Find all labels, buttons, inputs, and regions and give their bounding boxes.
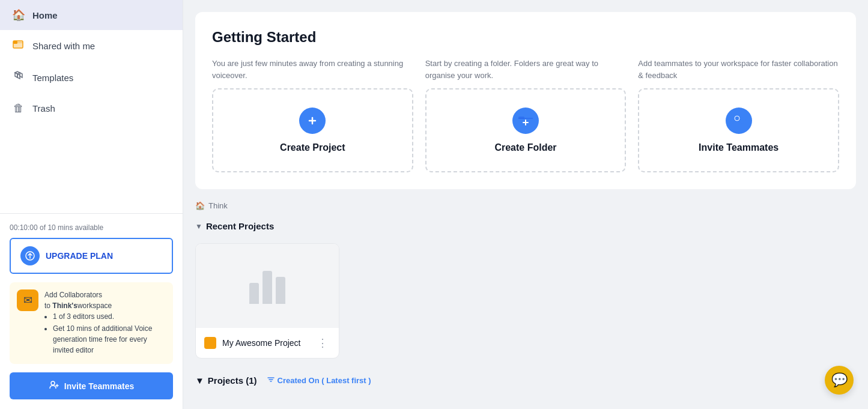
promo-bullet-2: Get 10 mins of additional Voice generati…: [53, 323, 166, 356]
bar-3: [276, 277, 285, 304]
getting-started-card: Getting Started You are just few minutes…: [195, 12, 856, 189]
bar-1: [249, 283, 259, 304]
sidebar-nav: 🏠 Home Shared with me: [0, 0, 183, 213]
main-content: Getting Started You are just few minutes…: [183, 0, 868, 409]
sidebar-item-templates[interactable]: Templates: [0, 62, 183, 94]
recent-projects-label: Recent Projects: [206, 221, 274, 231]
project-card[interactable]: My Awesome Project ⋮: [195, 243, 339, 359]
projects-chevron: ▼: [195, 375, 204, 386]
usage-text: 00:10:00 of 10 mins available: [10, 223, 173, 232]
sidebar-bottom: 00:10:00 of 10 mins available UPGRADE PL…: [0, 213, 183, 409]
create-project-icon: [299, 108, 326, 134]
upgrade-plan-button[interactable]: UPGRADE PLAN: [10, 238, 173, 274]
create-folder-label: Create Folder: [494, 142, 556, 153]
shared-icon: [12, 38, 25, 53]
home-icon: 🏠: [12, 8, 25, 22]
create-folder-desc: Start by creating a folder. Folders are …: [425, 58, 627, 81]
breadcrumb: 🏠 Think: [195, 201, 856, 210]
templates-icon: [12, 70, 25, 85]
svg-point-8: [735, 116, 739, 121]
invite-teammates-card[interactable]: Invite Teammates: [638, 88, 839, 172]
sort-label-text: Created On ( Latest first ): [278, 376, 371, 385]
breadcrumb-label: Think: [208, 201, 228, 210]
invite-teammates-col: Add teammates to your workspace for fast…: [638, 58, 839, 172]
breadcrumb-home-icon: 🏠: [195, 201, 205, 210]
create-folder-col: Start by creating a folder. Folders are …: [425, 58, 627, 172]
project-menu-button[interactable]: ⋮: [315, 335, 330, 351]
sidebar-item-trash[interactable]: 🗑 Trash: [0, 94, 183, 123]
chat-icon: 💬: [831, 372, 848, 388]
project-color-dot: [204, 337, 216, 349]
invite-teammates-label: Invite Teammates: [64, 381, 134, 391]
svg-rect-7: [518, 117, 524, 119]
projects-grid: My Awesome Project ⋮: [195, 243, 856, 359]
project-name: My Awesome Project: [222, 338, 309, 348]
project-bars-icon: [249, 268, 285, 304]
getting-started-title: Getting Started: [212, 29, 839, 46]
sidebar-item-shared-label: Shared with me: [32, 41, 95, 51]
invite-teammates-card-label: Invite Teammates: [699, 142, 778, 153]
promo-card: ✉ Add Collaborators to Think'sworkspace …: [10, 282, 173, 364]
upgrade-icon: [20, 246, 40, 265]
create-folder-icon: [512, 108, 539, 134]
promo-text: Add Collaborators to Think'sworkspace 1 …: [44, 289, 166, 357]
sidebar-item-trash-label: Trash: [32, 103, 55, 114]
svg-rect-1: [13, 41, 23, 48]
sidebar-item-templates-label: Templates: [32, 73, 73, 83]
invite-teammates-icon: [726, 108, 752, 134]
sidebar: 🏠 Home Shared with me: [0, 0, 183, 409]
project-card-footer: My Awesome Project ⋮: [196, 328, 339, 358]
sort-icon: [267, 375, 275, 386]
chat-button[interactable]: 💬: [825, 366, 854, 395]
promo-bullet-1: 1 of 3 editors used.: [53, 311, 166, 322]
bar-2: [263, 271, 272, 304]
invite-icon: [49, 380, 59, 392]
sort-button[interactable]: Created On ( Latest first ): [267, 375, 371, 386]
create-project-desc: You are just few minutes away from creat…: [212, 58, 413, 81]
trash-icon: 🗑: [12, 102, 25, 115]
promo-icon: ✉: [17, 289, 38, 311]
svg-point-4: [51, 381, 55, 385]
create-project-col: You are just few minutes away from creat…: [212, 58, 413, 172]
projects-section-title[interactable]: ▼ Projects (1): [195, 375, 257, 386]
sidebar-item-home[interactable]: 🏠 Home: [0, 0, 183, 30]
create-folder-card[interactable]: Create Folder: [425, 88, 627, 172]
projects-section-header: ▼ Projects (1) Created On ( Latest first…: [195, 371, 856, 390]
recent-projects-section-header[interactable]: ▼ Recent Projects: [195, 216, 856, 236]
actions-grid: You are just few minutes away from creat…: [212, 58, 839, 172]
invite-teammates-button[interactable]: Invite Teammates: [10, 372, 173, 399]
project-card-thumb: [196, 244, 339, 328]
recent-projects-chevron: ▼: [195, 222, 202, 231]
projects-label: Projects (1): [208, 375, 257, 386]
create-project-card[interactable]: Create Project: [212, 88, 413, 172]
sidebar-item-home-label: Home: [32, 10, 58, 20]
upgrade-plan-label: UPGRADE PLAN: [46, 251, 113, 261]
create-project-label: Create Project: [280, 142, 345, 153]
invite-teammates-desc: Add teammates to your workspace for fast…: [638, 58, 839, 81]
sidebar-item-shared[interactable]: Shared with me: [0, 30, 183, 62]
